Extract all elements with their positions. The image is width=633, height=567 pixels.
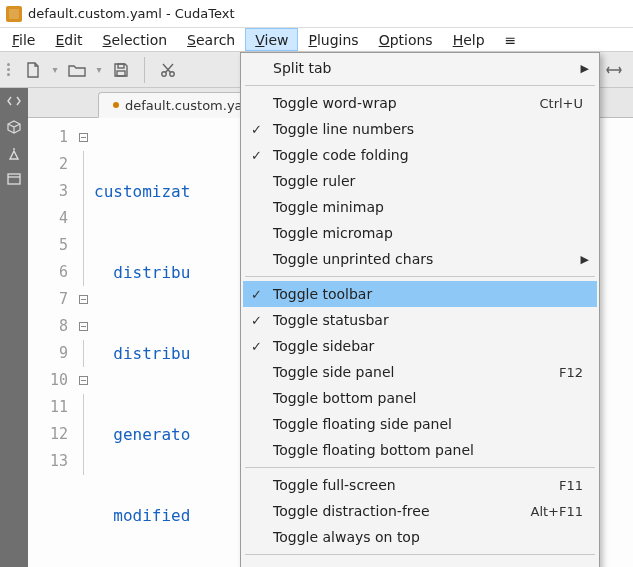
svg-rect-0 <box>118 64 124 68</box>
menu-separator <box>245 85 595 86</box>
check-icon: ✓ <box>251 287 262 302</box>
menu-toggle-micromap[interactable]: Toggle micromap <box>243 220 597 246</box>
check-icon: ✓ <box>251 339 262 354</box>
toolbar-grip-icon <box>4 63 12 76</box>
new-file-button[interactable] <box>18 55 48 85</box>
dropdown-caret-icon[interactable]: ▾ <box>50 55 60 85</box>
menu-file[interactable]: File <box>2 28 45 51</box>
submenu-arrow-icon: ▶ <box>581 253 589 266</box>
menu-toggle-line-numbers[interactable]: ✓Toggle line numbers <box>243 116 597 142</box>
menu-options[interactable]: Options <box>369 28 443 51</box>
dropdown-caret-icon[interactable]: ▾ <box>94 55 104 85</box>
window-icon[interactable] <box>5 170 23 188</box>
check-icon: ✓ <box>251 313 262 328</box>
code-icon[interactable] <box>5 92 23 110</box>
menu-separator <box>245 467 595 468</box>
arrows-horizontal-icon <box>605 61 623 79</box>
save-button[interactable] <box>106 55 136 85</box>
menu-separator <box>245 276 595 277</box>
package-icon[interactable] <box>5 118 23 136</box>
menu-view[interactable]: View <box>245 28 298 51</box>
menu-edit[interactable]: Edit <box>45 28 92 51</box>
menu-split-tab[interactable]: Split tab▶ <box>243 55 597 81</box>
menu-toggle-unprinted[interactable]: Toggle unprinted chars▶ <box>243 246 597 272</box>
cut-icon <box>159 61 177 79</box>
menu-toggle-sidebar[interactable]: ✓Toggle sidebar <box>243 333 597 359</box>
tab-label: default.custom.yaml <box>125 98 259 113</box>
menu-toggle-statusbar[interactable]: ✓Toggle statusbar <box>243 307 597 333</box>
menu-bar: File Edit Selection Search View Plugins … <box>0 28 633 52</box>
line-number-gutter: 123 456 789 101112 13 <box>28 118 76 567</box>
view-menu-dropdown: Split tab▶ Toggle word-wrapCtrl+U ✓Toggl… <box>240 52 600 567</box>
sidebar <box>0 88 28 567</box>
check-icon: ✓ <box>251 122 262 137</box>
cut-button[interactable] <box>153 55 183 85</box>
toolbar-separator <box>144 57 145 83</box>
menu-toggle-floating-side-panel[interactable]: Toggle floating side panel <box>243 411 597 437</box>
menu-toggle-bottom-panel[interactable]: Toggle bottom panel <box>243 385 597 411</box>
menu-toggle-floating-bottom-panel[interactable]: Toggle floating bottom panel <box>243 437 597 463</box>
modified-dot-icon <box>113 102 119 108</box>
menu-toggle-word-wrap[interactable]: Toggle word-wrapCtrl+U <box>243 90 597 116</box>
fold-gutter <box>76 118 90 567</box>
menu-toggle-code-folding[interactable]: ✓Toggle code folding <box>243 142 597 168</box>
submenu-arrow-icon: ▶ <box>581 62 589 75</box>
menu-selection[interactable]: Selection <box>93 28 178 51</box>
toolbar-overflow-button[interactable] <box>599 55 629 85</box>
menu-toggle-ruler[interactable]: Toggle ruler <box>243 168 597 194</box>
menu-toggle-side-panel[interactable]: Toggle side panelF12 <box>243 359 597 385</box>
title-bar: default.custom.yaml - CudaText <box>0 0 633 28</box>
check-icon: ✓ <box>251 148 262 163</box>
window-title: default.custom.yaml - CudaText <box>28 6 235 21</box>
svg-rect-4 <box>8 174 20 184</box>
menu-toggle-always-on-top[interactable]: Toggle always on top <box>243 524 597 550</box>
menu-toggle-toolbar[interactable]: ✓Toggle toolbar <box>243 281 597 307</box>
menu-overflow[interactable]: ≡ <box>495 28 527 51</box>
menu-toggle-full-screen[interactable]: Toggle full-screenF11 <box>243 472 597 498</box>
menu-toggle-minimap[interactable]: Toggle minimap <box>243 194 597 220</box>
menu-plugins[interactable]: Plugins <box>298 28 368 51</box>
save-icon <box>112 61 130 79</box>
menu-toggle-distraction-free[interactable]: Toggle distraction-freeAlt+F11 <box>243 498 597 524</box>
open-folder-button[interactable] <box>62 55 92 85</box>
svg-rect-1 <box>117 71 125 76</box>
menu-search[interactable]: Search <box>177 28 245 51</box>
menu-help[interactable]: Help <box>443 28 495 51</box>
open-folder-icon <box>67 61 87 79</box>
menu-separator <box>245 554 595 555</box>
delta-icon[interactable] <box>5 144 23 162</box>
menu-lexers[interactable]: Lexers... <box>243 559 597 567</box>
app-icon <box>6 6 22 22</box>
new-file-icon <box>24 61 42 79</box>
